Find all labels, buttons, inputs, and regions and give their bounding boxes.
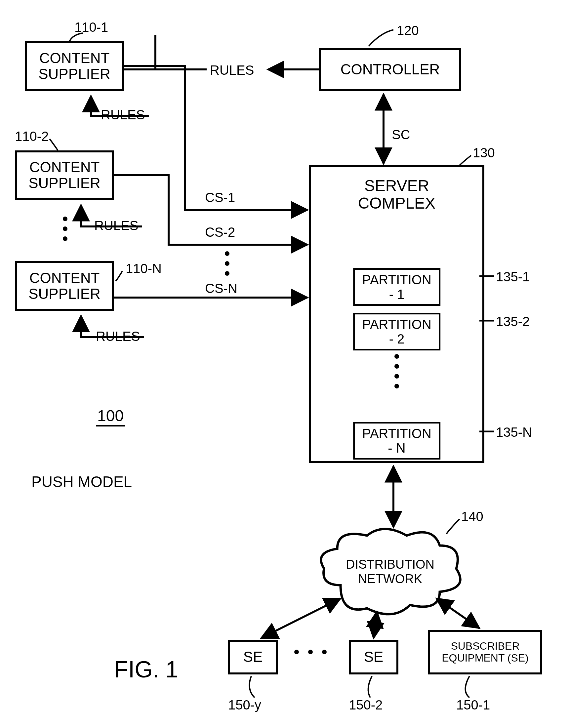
distribution-network: DISTRIBUTION NETWORK bbox=[317, 526, 463, 618]
controller-id: 120 bbox=[397, 23, 419, 38]
server-complex: SERVER COMPLEX PARTITION - 1 PARTITION -… bbox=[309, 165, 484, 463]
se-y-id: 150-y bbox=[228, 698, 261, 712]
hdots-se bbox=[294, 650, 327, 654]
network-label: DISTRIBUTION NETWORK bbox=[346, 557, 434, 586]
cs-1: CS-1 bbox=[205, 190, 235, 205]
rules-n: RULES bbox=[96, 329, 140, 344]
figure-number: 100 bbox=[96, 407, 125, 426]
content-supplier-2: CONTENT SUPPLIER bbox=[15, 150, 114, 200]
se-1-id: 150-1 bbox=[456, 698, 490, 712]
se-box-2: SE bbox=[349, 640, 398, 674]
partition-1: PARTITION - 1 bbox=[353, 268, 440, 306]
content-supplier-1: CONTENT SUPPLIER bbox=[25, 41, 124, 91]
vdots-cs bbox=[225, 251, 229, 276]
partitionN-id: 135-N bbox=[496, 425, 532, 440]
cs-n: CS-N bbox=[205, 281, 237, 296]
partition2-id: 135-2 bbox=[496, 314, 530, 329]
se-box-y: SE bbox=[228, 640, 278, 674]
diagram-stage: CONTENT SUPPLIER 110-1 CONTENT SUPPLIER … bbox=[0, 0, 568, 728]
partition1-id: 135-1 bbox=[496, 269, 530, 284]
server-id: 130 bbox=[473, 145, 495, 160]
se-2-id: 150-2 bbox=[349, 698, 383, 712]
cs-2: CS-2 bbox=[205, 225, 235, 240]
supplier1-id: 110-1 bbox=[74, 20, 108, 35]
content-supplier-n: CONTENT SUPPLIER bbox=[15, 261, 114, 311]
supplierN-id: 110-N bbox=[126, 261, 162, 276]
rules-2: RULES bbox=[94, 218, 138, 233]
vdots-suppliers bbox=[63, 217, 67, 241]
server-title: SERVER COMPLEX bbox=[311, 177, 482, 212]
rules-controller: RULES bbox=[210, 63, 254, 78]
controller-box: CONTROLLER bbox=[319, 48, 461, 91]
partition-n: PARTITION - N bbox=[353, 422, 440, 460]
sc-label: SC bbox=[392, 127, 410, 142]
push-model: PUSH MODEL bbox=[31, 473, 132, 491]
se-box-1: SUBSCRIBER EQUIPMENT (SE) bbox=[428, 630, 542, 674]
partition-2: PARTITION - 2 bbox=[353, 313, 440, 350]
supplier2-id: 110-2 bbox=[15, 129, 49, 144]
vdots-partitions bbox=[394, 354, 399, 388]
figure-caption: FIG. 1 bbox=[114, 656, 178, 683]
rules-1: RULES bbox=[101, 107, 145, 122]
network-id: 140 bbox=[461, 509, 483, 524]
